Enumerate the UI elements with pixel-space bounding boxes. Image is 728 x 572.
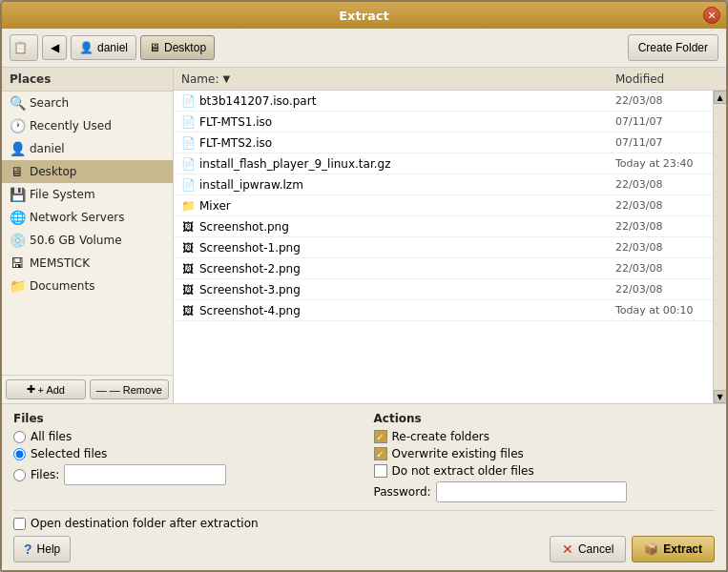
desktop-icon: 🖥 [10, 164, 25, 179]
desktop-label: Desktop [164, 41, 206, 54]
table-row[interactable]: 🖼 Screenshot-4.png Today at 00:10 [174, 300, 713, 321]
file-modified-cell: 22/03/08 [608, 176, 713, 193]
add-label: + Add [38, 384, 65, 396]
cancel-button[interactable]: ✕ Cancel [550, 536, 626, 562]
sidebar-item-documents[interactable]: 📁 Documents [2, 275, 173, 297]
sidebar-list: 🔍 Search 🕐 Recently Used 👤 daniel 🖥 Desk… [2, 92, 173, 375]
table-row[interactable]: 📁 Mixer 22/03/08 [174, 195, 713, 216]
scroll-up-arrow[interactable]: ▲ [714, 91, 727, 104]
file-icon: 🖼 [181, 304, 195, 317]
extract-button[interactable]: 📦 Extract [632, 536, 715, 562]
file-modified-cell: 07/11/07 [608, 134, 713, 151]
open-destination-label[interactable]: Open destination folder after extraction [31, 517, 259, 530]
scroll-down-arrow[interactable]: ▼ [714, 390, 727, 403]
file-name: Mixer [199, 199, 231, 213]
files-radio[interactable] [13, 469, 26, 481]
no-extract-checkbox[interactable] [374, 464, 387, 478]
table-row[interactable]: 📄 FLT-MTS2.iso 07/11/07 [174, 133, 713, 153]
sidebar-actions: ✚ + Add — — Remove [2, 375, 173, 403]
file-list: 📄 bt3b141207.iso.part 22/03/08 📄 FLT-MTS… [174, 91, 713, 403]
sidebar: Places 🔍 Search 🕐 Recently Used 👤 daniel… [2, 68, 174, 403]
daniel-breadcrumb[interactable]: 👤 daniel [71, 35, 136, 60]
password-row: Password: [374, 481, 716, 502]
table-row[interactable]: 📄 bt3b141207.iso.part 22/03/08 [174, 91, 713, 112]
file-name-cell: 🖼 Screenshot-2.png [174, 260, 608, 277]
extract-label: Extract [663, 542, 702, 556]
actions-title: Actions [374, 412, 716, 425]
files-text-input[interactable] [64, 464, 226, 485]
desktop-icon: 🖥 [149, 41, 160, 54]
network-icon: 🌐 [10, 210, 25, 225]
scrollbar[interactable]: ▲ ▼ [713, 91, 726, 403]
documents-icon: 📁 [10, 278, 25, 294]
no-extract-older-label: Do not extract older files [392, 464, 534, 478]
files-label[interactable]: Files: [31, 468, 59, 481]
action-buttons: ✕ Cancel 📦 Extract [550, 536, 715, 562]
sidebar-item-search[interactable]: 🔍 Search [2, 92, 173, 114]
name-column-header[interactable]: Name: ▼ [174, 68, 608, 90]
main-area: Places 🔍 Search 🕐 Recently Used 👤 daniel… [2, 68, 726, 403]
table-row[interactable]: 🖼 Screenshot-3.png 22/03/08 [174, 279, 713, 300]
divider [13, 510, 715, 511]
selected-files-label[interactable]: Selected files [31, 447, 107, 460]
sort-icon: ▼ [222, 73, 230, 84]
user-icon: 👤 [10, 141, 25, 156]
recreate-folders-label: Re-create folders [392, 430, 490, 443]
sidebar-item-recently-used[interactable]: 🕐 Recently Used [2, 114, 173, 137]
file-modified-cell: Today at 00:10 [608, 302, 713, 318]
sidebar-item-desktop[interactable]: 🖥 Desktop [2, 160, 173, 183]
selected-files-radio[interactable] [13, 448, 26, 460]
file-icon: 📄 [181, 157, 195, 171]
sidebar-item-file-system[interactable]: 💾 File System [2, 183, 173, 206]
daniel-label: daniel [97, 41, 128, 54]
file-modified-cell: Today at 23:40 [608, 155, 713, 172]
sidebar-item-label: Desktop [30, 165, 77, 178]
back-button[interactable]: ◀ [42, 35, 67, 60]
scroll-track[interactable] [714, 104, 727, 390]
overwrite-label: Overwrite existing files [392, 447, 524, 460]
toolbar: 📋 ◀ 👤 daniel 🖥 Desktop Create Folder [2, 29, 726, 68]
daniel-icon: 👤 [79, 41, 94, 54]
sidebar-item-label: 50.6 GB Volume [30, 234, 122, 247]
table-row[interactable]: 🖼 Screenshot-2.png 22/03/08 [174, 258, 713, 279]
all-files-label[interactable]: All files [31, 430, 72, 443]
help-icon: ? [24, 541, 32, 557]
close-button[interactable]: ✕ [703, 7, 720, 24]
sidebar-item-memstick[interactable]: 🖫 MEMSTICK [2, 252, 173, 275]
file-name-cell: 🖼 Screenshot-3.png [174, 281, 608, 298]
help-button[interactable]: ? Help [13, 536, 71, 562]
all-files-radio[interactable] [13, 431, 26, 443]
remove-button[interactable]: — — Remove [90, 379, 170, 399]
create-folder-button[interactable]: Create Folder [628, 34, 718, 61]
table-row[interactable]: 📄 install_ipwraw.lzm 22/03/08 [174, 174, 713, 195]
file-name: Screenshot-1.png [199, 241, 301, 255]
cancel-label: Cancel [578, 542, 614, 556]
sidebar-item-network[interactable]: 🌐 Network Servers [2, 206, 173, 229]
sidebar-item-daniel[interactable]: 👤 daniel [2, 137, 173, 160]
file-name-cell: 📄 install_ipwraw.lzm [174, 176, 608, 194]
file-name: install_flash_player_9_linux.tar.gz [199, 157, 390, 171]
add-button[interactable]: ✚ + Add [6, 379, 86, 399]
password-input[interactable] [436, 481, 627, 502]
password-label: Password: [374, 485, 431, 499]
file-name-cell: 🖼 Screenshot-4.png [174, 302, 608, 319]
modified-column-header[interactable]: Modified [608, 68, 713, 90]
table-row[interactable]: 📄 install_flash_player_9_linux.tar.gz To… [174, 153, 713, 174]
desktop-breadcrumb[interactable]: 🖥 Desktop [140, 35, 215, 60]
table-row[interactable]: 🖼 Screenshot-1.png 22/03/08 [174, 237, 713, 258]
file-icon: 📄 [181, 136, 195, 150]
overwrite-checkbox[interactable]: ✓ [374, 447, 387, 460]
window-title: Extract [25, 9, 703, 23]
table-row[interactable]: 🖼 Screenshot.png 22/03/08 [174, 216, 713, 237]
table-row[interactable]: 📄 FLT-MTS1.iso 07/11/07 [174, 112, 713, 133]
new-folder-icon: 📋 [13, 41, 28, 54]
file-name: Screenshot-2.png [199, 262, 301, 276]
file-name-cell: 📄 bt3b141207.iso.part [174, 92, 608, 110]
sidebar-item-volume[interactable]: 💿 50.6 GB Volume [2, 229, 173, 252]
file-modified-cell: 22/03/08 [608, 92, 713, 109]
new-folder-toolbar-button[interactable]: 📋 [10, 34, 38, 61]
file-name-cell: 🖼 Screenshot.png [174, 218, 608, 235]
recreate-checkbox[interactable]: ✓ [374, 430, 387, 443]
open-destination-checkbox[interactable] [13, 518, 26, 530]
file-name-cell: 🖼 Screenshot-1.png [174, 239, 608, 256]
